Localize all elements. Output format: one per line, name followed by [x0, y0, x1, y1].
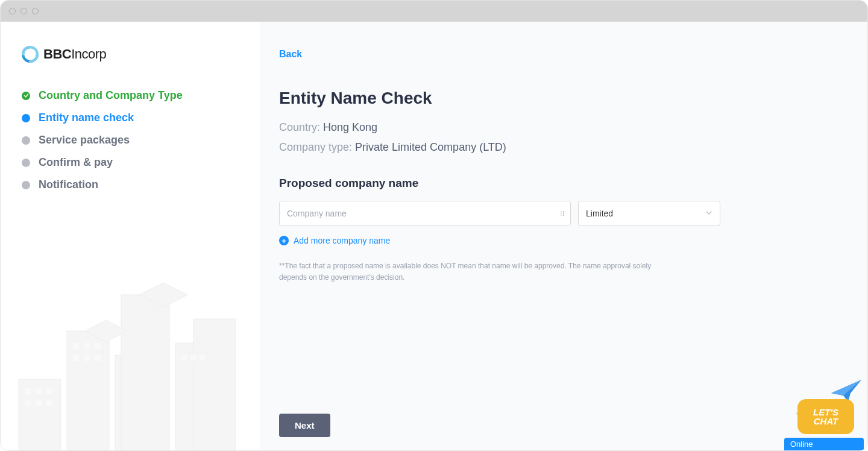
main-content: Back Entity Name Check Country: Hong Kon… [260, 22, 867, 451]
step-label: Country and Company Type [39, 89, 183, 102]
svg-rect-5 [193, 319, 236, 451]
svg-rect-18 [84, 355, 90, 361]
dot-icon [22, 114, 30, 122]
chat-widget[interactable]: LET'S CHAT Online [784, 399, 863, 451]
sidebar: BBCIncorp Country and Company Type Entit… [1, 22, 260, 451]
chat-line2: CHAT [813, 417, 838, 426]
window-control-zoom[interactable] [32, 8, 39, 14]
plus-circle-icon: + [279, 236, 289, 245]
country-label: Country: [279, 121, 323, 133]
svg-rect-16 [95, 343, 101, 349]
step-country-company-type[interactable]: Country and Company Type [22, 89, 260, 102]
svg-rect-21 [190, 355, 196, 361]
svg-rect-20 [181, 355, 187, 361]
suffix-selected-label: Limited [586, 209, 613, 218]
disclaimer-text: **The fact that a proposed name is avail… [279, 260, 653, 283]
back-link[interactable]: Back [279, 49, 302, 60]
window-control-close[interactable] [9, 8, 16, 14]
chat-status: Online [784, 438, 864, 451]
dot-icon [22, 181, 30, 189]
svg-rect-12 [36, 400, 42, 406]
step-notification[interactable]: Notification [22, 178, 260, 191]
dot-icon [22, 136, 30, 145]
add-more-label: Add more company name [294, 236, 390, 245]
svg-rect-14 [73, 343, 79, 349]
company-suffix-select[interactable]: Limited [578, 201, 720, 226]
progress-steps: Country and Company Type Entity name che… [22, 89, 260, 191]
svg-rect-13 [46, 400, 52, 406]
page-title: Entity Name Check [279, 89, 867, 108]
company-name-row: ⁝⁞ Limited [279, 201, 867, 226]
company-name-input-wrap: ⁝⁞ [279, 201, 571, 226]
city-illustration [1, 277, 254, 451]
svg-rect-15 [84, 343, 90, 349]
step-service-packages[interactable]: Service packages [22, 134, 260, 147]
window-titlebar [1, 1, 867, 22]
company-type-row: Company type: Private Limited Company (L… [279, 141, 867, 154]
svg-rect-8 [25, 388, 31, 394]
step-label: Service packages [39, 134, 130, 147]
svg-rect-19 [95, 355, 101, 361]
dot-icon [22, 159, 30, 167]
svg-rect-3 [121, 295, 169, 451]
svg-rect-10 [46, 388, 52, 394]
check-icon [22, 92, 30, 100]
step-label: Entity name check [39, 112, 134, 124]
app-body: BBCIncorp Country and Company Type Entit… [1, 22, 867, 451]
svg-rect-11 [25, 400, 31, 406]
svg-rect-9 [36, 388, 42, 394]
chat-bubble[interactable]: LET'S CHAT [797, 399, 854, 434]
country-value: Hong Kong [323, 121, 377, 133]
svg-rect-17 [73, 355, 79, 361]
brand-name: BBCIncorp [43, 46, 106, 62]
brand-logo: BBCIncorp [22, 46, 260, 63]
add-more-company-name[interactable]: + Add more company name [279, 236, 390, 245]
country-row: Country: Hong Kong [279, 121, 867, 134]
proposed-name-heading: Proposed company name [279, 177, 867, 190]
window-control-minimize[interactable] [20, 8, 27, 14]
step-label: Confirm & pay [39, 156, 113, 169]
company-type-label: Company type: [279, 141, 355, 153]
app-window: BBCIncorp Country and Company Type Entit… [0, 0, 868, 451]
company-name-input[interactable] [279, 201, 571, 226]
step-label: Notification [39, 178, 98, 191]
next-button[interactable]: Next [279, 414, 330, 437]
chevron-down-icon [705, 209, 712, 218]
svg-rect-22 [200, 355, 205, 361]
brand-mark-icon [22, 46, 39, 63]
step-entity-name-check[interactable]: Entity name check [22, 112, 260, 124]
chat-line1: LET'S [813, 408, 838, 417]
company-type-value: Private Limited Company (LTD) [355, 141, 506, 153]
step-confirm-pay[interactable]: Confirm & pay [22, 156, 260, 169]
